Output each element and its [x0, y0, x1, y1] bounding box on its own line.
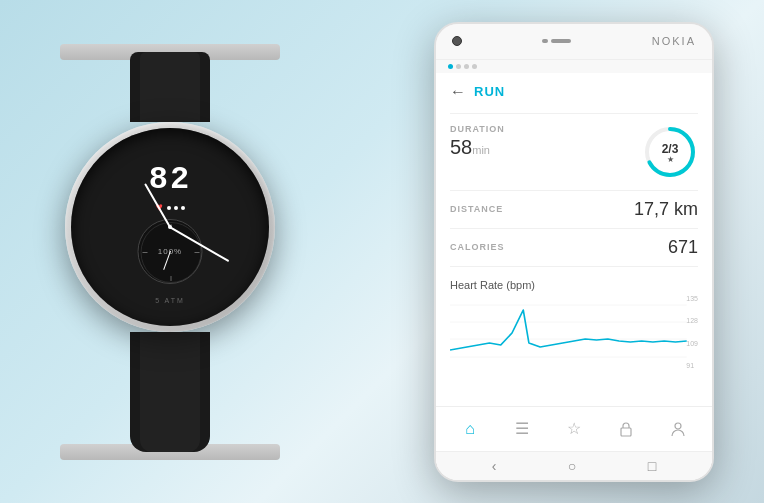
- phone-speaker: [542, 39, 571, 43]
- chart-label-3: 109: [686, 340, 698, 347]
- nav-person[interactable]: [664, 415, 692, 443]
- chart-title: Heart Rate (bpm): [450, 279, 698, 291]
- lock-svg: [619, 421, 633, 437]
- android-recents[interactable]: □: [648, 458, 656, 474]
- main-scene: 82 ♥ NO: [0, 0, 764, 503]
- watch-face: 82 ♥ NO: [75, 132, 265, 322]
- watch-band-top: [130, 52, 210, 122]
- android-home[interactable]: ○: [568, 458, 576, 474]
- circle-text: 2/3 ★: [662, 138, 679, 164]
- chart-label-4: 91: [686, 362, 698, 369]
- android-nav: ‹ ○ □: [436, 451, 712, 480]
- dot-active: [448, 64, 453, 69]
- progress-circle: 2/3 ★: [642, 124, 698, 180]
- person-svg: [671, 421, 685, 437]
- progress-star: ★: [662, 156, 679, 165]
- duration-number: 58: [450, 136, 472, 158]
- nav-star[interactable]: ☆: [560, 415, 588, 443]
- chart-section: Heart Rate (bpm) 1: [436, 271, 712, 406]
- svg-point-12: [675, 423, 681, 429]
- phone-top-bar: NOKIA: [436, 24, 712, 60]
- bottom-nav: ⌂ ☰ ☆: [436, 406, 712, 451]
- phone-camera: [452, 36, 462, 46]
- calories-label: CALORIES: [450, 242, 505, 252]
- dot-4: [472, 64, 477, 69]
- watch-hands: [75, 132, 265, 322]
- back-button[interactable]: ←: [450, 83, 466, 101]
- chart-label-2: 128: [686, 317, 698, 324]
- nav-lock[interactable]: [612, 415, 640, 443]
- distance-value: 17,7 km: [634, 199, 698, 220]
- svg-rect-11: [621, 428, 631, 436]
- hour-hand: [144, 183, 171, 227]
- chart-label-1: 135: [686, 295, 698, 302]
- duration-row: DURATION 58min 2/3: [450, 113, 698, 191]
- chart-area: 135 128 109 91: [450, 295, 698, 370]
- duration-value: 58min: [450, 136, 505, 159]
- phone-brand: NOKIA: [652, 35, 696, 47]
- app-title: RUN: [474, 84, 505, 99]
- distance-row: DISTANCE 17,7 km: [450, 191, 698, 229]
- duration-info: DURATION 58min: [450, 124, 505, 159]
- android-back[interactable]: ‹: [492, 458, 497, 474]
- phone-body: NOKIA ← RUN: [434, 22, 714, 482]
- nav-home[interactable]: ⌂: [456, 415, 484, 443]
- calories-value: 671: [668, 237, 698, 258]
- watch-band-bottom: [130, 332, 210, 452]
- phone: NOKIA ← RUN: [434, 22, 714, 482]
- dot-2: [456, 64, 461, 69]
- nav-list[interactable]: ☰: [508, 415, 536, 443]
- app-header: ← RUN: [436, 73, 712, 109]
- speaker-bar: [551, 39, 571, 43]
- watch-case: 82 ♥ NO: [65, 122, 275, 332]
- distance-label: DISTANCE: [450, 204, 503, 214]
- minute-hand: [170, 226, 230, 261]
- center-dot: [168, 225, 172, 229]
- phone-screen: ← RUN DURATION 58min: [436, 73, 712, 480]
- calories-row: CALORIES 671: [450, 229, 698, 267]
- chart-labels: 135 128 109 91: [686, 295, 698, 370]
- watch-atm: 5 ATM: [155, 297, 185, 304]
- dot-3: [464, 64, 469, 69]
- duration-unit: min: [472, 144, 490, 156]
- watch: 82 ♥ NO: [60, 44, 280, 460]
- duration-label: DURATION: [450, 124, 505, 134]
- heart-rate-chart: [450, 295, 698, 370]
- phone-dots-row: [436, 60, 712, 73]
- app-stats: DURATION 58min 2/3: [436, 109, 712, 271]
- progress-fraction: 2/3: [662, 141, 679, 155]
- speaker-dot: [542, 39, 548, 43]
